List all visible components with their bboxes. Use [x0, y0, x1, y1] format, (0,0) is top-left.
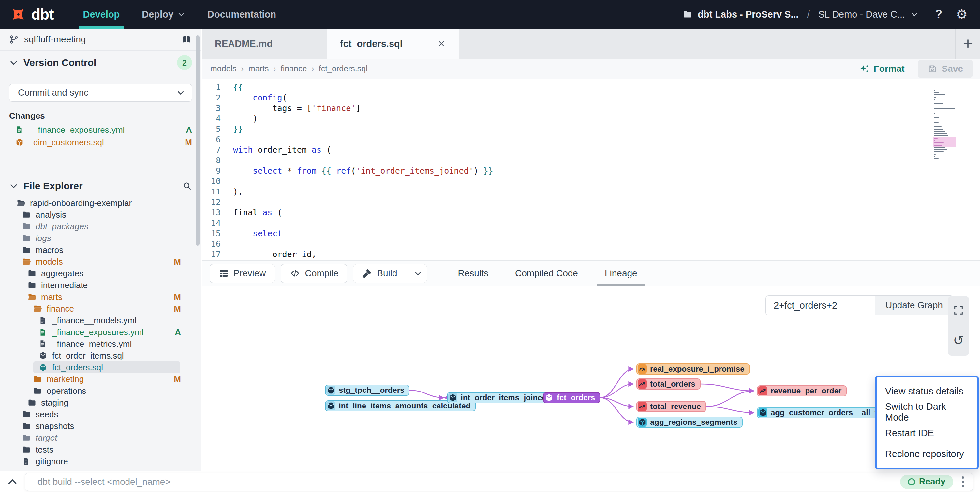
panel-tab-compiled-code[interactable]: Compiled Code — [512, 261, 581, 286]
lineage-node-real_exposure_i_promise[interactable]: real_exposure_i_promise — [636, 363, 750, 375]
folder-icon — [22, 245, 31, 254]
lineage-node-stg_tpch__orders[interactable]: stg_tpch__orders — [325, 385, 409, 396]
model-cube-icon — [448, 393, 457, 402]
tab-README.md[interactable]: README.md — [202, 29, 327, 59]
menu-item-switch-to-dark-mode[interactable]: Switch to Dark Mode — [877, 402, 977, 423]
gear-icon[interactable]: ⚙ — [956, 7, 967, 22]
docs-book-icon[interactable] — [181, 35, 192, 45]
tree-item-staging[interactable]: staging — [0, 397, 201, 409]
folder-icon — [33, 386, 42, 395]
nav-link-develop[interactable]: Develop — [72, 0, 131, 29]
tree-item-label: aggregates — [41, 268, 83, 279]
panel-tab-results[interactable]: Results — [455, 261, 491, 286]
commit-options-chevron-icon[interactable] — [169, 84, 192, 101]
dbt-logo[interactable]: dbt — [10, 6, 54, 23]
top-navbar: dbt DevelopDeployDocumentation dbt Labs … — [0, 0, 980, 29]
tree-item-analysis[interactable]: analysis — [0, 209, 201, 220]
lineage-node-int_order_items_joined[interactable]: int_order_items_joined — [447, 392, 552, 403]
tab-fct_orders.sql[interactable]: fct_orders.sql — [327, 29, 459, 59]
tree-item-target[interactable]: target — [0, 432, 201, 444]
tree-item-fct_order_items.sql[interactable]: fct_order_items.sql — [0, 350, 201, 361]
lineage-node-revenue_per_order[interactable]: revenue_per_order — [757, 385, 847, 396]
breadcrumb-marts[interactable]: marts — [248, 64, 269, 73]
menu-item-reclone-repository[interactable]: Reclone repository — [877, 443, 977, 464]
account-name[interactable]: dbt Labs - ProServ S... — [698, 9, 799, 20]
code-line-8: 8 — [202, 155, 980, 166]
tree-item-rapid-onboarding-exemplar[interactable]: rapid-onboarding-exemplar — [0, 197, 201, 209]
change-row-_finance_exposures.yml[interactable]: _finance_exposures.ymlA — [0, 124, 201, 136]
tree-item-marts[interactable]: martsM — [0, 291, 201, 303]
lineage-node-fct_orders[interactable]: fct_orders — [543, 392, 600, 403]
close-icon[interactable] — [437, 40, 445, 48]
search-icon[interactable] — [182, 181, 192, 191]
tree-item-fct_orders.sql[interactable]: fct_orders.sql — [33, 361, 180, 373]
nav-link-deploy[interactable]: Deploy — [131, 0, 196, 29]
build-options-chevron-icon[interactable] — [409, 264, 427, 283]
version-control-header[interactable]: Version Control 2 — [0, 51, 201, 75]
tree-item-snapshots[interactable]: snapshots — [0, 420, 201, 432]
folder-icon — [22, 222, 31, 231]
sidebar-scrollbar[interactable] — [196, 35, 199, 246]
tree-item-logs[interactable]: logs — [0, 232, 201, 244]
menu-item-view-status-details[interactable]: View status details — [877, 381, 977, 402]
build-button[interactable]: Build — [353, 264, 427, 283]
fullscreen-icon[interactable] — [953, 305, 964, 316]
project-name[interactable]: SL Demo - Dave C... — [818, 9, 905, 20]
folder-icon — [27, 398, 37, 407]
tree-item-operations[interactable]: operations — [0, 385, 201, 397]
new-tab-button[interactable] — [955, 29, 980, 59]
lineage-selector-input[interactable] — [765, 295, 875, 315]
tree-item-marketing[interactable]: marketingM — [0, 373, 201, 385]
update-graph-button[interactable]: Update Graph — [875, 295, 954, 315]
reset-view-icon[interactable]: ↺ — [953, 334, 964, 347]
code-line-7: 7with order_item as ( — [202, 145, 980, 155]
code-line-17: 17 order_id, — [202, 249, 980, 260]
compile-button[interactable]: Compile — [281, 264, 348, 283]
lineage-node-total_orders[interactable]: total_orders — [636, 379, 701, 390]
preview-button[interactable]: Preview — [210, 264, 275, 283]
tree-item-intermediate[interactable]: intermediate — [0, 279, 201, 291]
code-editor[interactable]: 1{{2 config(3 tags = ['finance']4 )5}}67… — [202, 79, 980, 260]
tree-item-models[interactable]: modelsM — [0, 256, 201, 268]
tree-item-_finance__models.yml[interactable]: _finance__models.yml — [0, 315, 201, 326]
command-input[interactable] — [25, 477, 900, 487]
nav-link-label: Documentation — [207, 9, 276, 20]
format-button[interactable]: Format — [859, 64, 905, 74]
help-icon[interactable]: ? — [935, 8, 942, 21]
code-line-3: 3 tags = ['finance'] — [202, 103, 980, 113]
save-button[interactable]: Save — [918, 60, 973, 78]
tree-item-_finance_metrics.yml[interactable]: _finance_metrics.yml — [0, 338, 201, 350]
breadcrumb-fct_orders.sql[interactable]: fct_orders.sql — [319, 64, 368, 73]
chevron-up-icon[interactable] — [0, 476, 25, 488]
editor-minimap[interactable] — [934, 90, 956, 161]
tree-item-finance[interactable]: financeM — [0, 303, 201, 315]
breadcrumb-finance[interactable]: finance — [281, 64, 307, 73]
lineage-canvas[interactable]: Update Graph ↺ stg_tpch__ordersint_line_… — [202, 286, 980, 471]
tree-item-macros[interactable]: macros — [0, 244, 201, 256]
commit-and-sync-button[interactable]: Commit and sync — [9, 83, 192, 102]
tree-item-label: _finance_exposures.yml — [52, 327, 143, 337]
breadcrumb-models[interactable]: models — [210, 64, 237, 73]
code-line-2: 2 config( — [202, 93, 980, 103]
tree-item-gitignore[interactable]: gitignore — [0, 455, 201, 467]
lineage-node-total_revenue[interactable]: total_revenue — [636, 401, 706, 412]
tree-item-dbt_packages[interactable]: dbt_packages — [0, 220, 201, 232]
tree-item-tests[interactable]: tests — [0, 444, 201, 455]
tree-item-seeds[interactable]: seeds — [0, 409, 201, 420]
tree-item-_finance_exposures.yml[interactable]: _finance_exposures.ymlA — [0, 326, 201, 338]
tree-item-aggregates[interactable]: aggregates — [0, 268, 201, 279]
line-number: 7 — [202, 145, 221, 155]
node-label: agg_regions_segments — [650, 418, 737, 427]
nav-link-documentation[interactable]: Documentation — [196, 0, 287, 29]
kebab-menu-icon[interactable] — [962, 476, 964, 487]
branch-name[interactable]: sqlfluff-meeting — [24, 34, 86, 45]
project-chevron-down-icon[interactable] — [910, 10, 919, 19]
change-row-dim_customers.sql[interactable]: dim_customers.sqlM — [0, 136, 201, 149]
file-explorer-header[interactable]: File Explorer — [0, 175, 201, 197]
lineage-node-agg_regions_segments[interactable]: agg_regions_segments — [636, 417, 743, 428]
nav-link-label: Develop — [83, 9, 120, 20]
chevron-down-icon — [177, 10, 185, 18]
panel-tab-lineage[interactable]: Lineage — [602, 261, 640, 286]
menu-item-restart-ide[interactable]: Restart IDE — [877, 423, 977, 443]
breadcrumb-row: models›marts›finance›fct_orders.sql Form… — [202, 59, 980, 79]
